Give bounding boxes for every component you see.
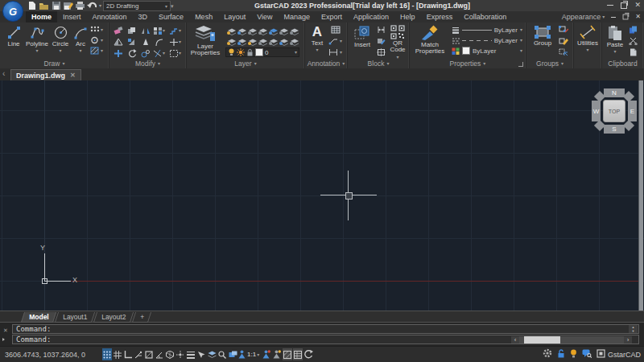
quick-properties-toggle-icon[interactable] xyxy=(293,348,303,360)
tab-express[interactable]: Express xyxy=(421,11,459,23)
print-icon[interactable] xyxy=(75,1,85,10)
drawing-canvas[interactable]: Y X N S W E TOP xyxy=(0,80,644,311)
app-logo[interactable]: G xyxy=(2,1,23,22)
viewcube-top-face[interactable]: TOP xyxy=(603,100,625,122)
layer-unisolate-icon[interactable] xyxy=(258,36,268,45)
selection-cycling-icon[interactable] xyxy=(196,348,206,360)
dynamic-input-icon[interactable] xyxy=(228,348,237,360)
copy-clip-icon[interactable] xyxy=(629,26,638,34)
feedback-chat-icon[interactable] xyxy=(582,349,592,358)
rect-array-button[interactable]: ▾ xyxy=(90,26,103,34)
tab-manage[interactable]: Manage xyxy=(279,11,316,23)
lineweight-toggle-icon[interactable] xyxy=(186,348,196,360)
appearance-dropdown[interactable]: Appearance ▾ xyxy=(562,13,605,21)
rotate-tool-icon[interactable] xyxy=(139,37,151,47)
layer-panel-label[interactable]: Layer▾ xyxy=(187,60,304,68)
copy-icon[interactable] xyxy=(126,26,138,35)
layer-match-icon[interactable] xyxy=(279,26,289,35)
command-horizontal-scrollbar[interactable]: ‹ › xyxy=(511,336,632,343)
draw-panel-label[interactable]: Draw▾ xyxy=(0,60,109,68)
linetype-selector[interactable]: ByLayer ▾ xyxy=(452,35,522,45)
viewcube[interactable]: N S W E TOP xyxy=(592,88,637,134)
unlock-ui-icon[interactable] xyxy=(557,349,565,358)
mirror-icon[interactable] xyxy=(139,26,151,35)
hatch-button[interactable]: ▾ xyxy=(90,47,103,55)
table-tool-icon[interactable] xyxy=(328,26,342,34)
cut-icon[interactable] xyxy=(629,37,638,45)
canvas-vertical-scrollbar[interactable] xyxy=(638,80,643,311)
command-close-icon[interactable]: ✕ xyxy=(3,327,8,333)
layer-merge-icon[interactable] xyxy=(279,36,289,45)
tab-model[interactable]: Model xyxy=(21,312,56,323)
tab-layout[interactable]: Layout xyxy=(218,11,251,23)
undo-dropdown-icon[interactable]: ▾ xyxy=(99,3,101,8)
ribbon-minimize-icon[interactable] xyxy=(611,17,616,18)
group-select-icon[interactable] xyxy=(559,48,568,56)
restore-button[interactable] xyxy=(621,2,627,9)
paste-button[interactable]: Paste ▾ xyxy=(605,25,625,54)
scale-icon[interactable] xyxy=(126,37,138,47)
command-input-row[interactable]: Command: ‹ › xyxy=(12,335,639,344)
save-as-icon[interactable] xyxy=(63,1,73,10)
group-button[interactable]: Group xyxy=(530,25,555,47)
layer-lock-icon[interactable] xyxy=(258,26,268,35)
color-selector[interactable]: ByLayer ▾ xyxy=(452,46,522,56)
lengthen-icon[interactable]: ▾ xyxy=(169,37,181,47)
properties-panel-label[interactable]: Properties▾ xyxy=(410,60,526,68)
copy-with-basepoint-icon[interactable] xyxy=(629,48,638,56)
tab-add-layout[interactable]: + xyxy=(132,312,151,323)
leader-tool-icon[interactable]: ▾ xyxy=(328,37,342,45)
dimension-tool-icon[interactable]: ▾ xyxy=(328,48,342,56)
annotation-visibility-icon[interactable] xyxy=(262,348,271,360)
zoom-status-icon[interactable] xyxy=(217,348,227,360)
tab-mesh[interactable]: Mesh xyxy=(189,11,218,23)
tab-help[interactable]: Help xyxy=(394,11,421,23)
clean-screen-icon[interactable] xyxy=(597,349,605,358)
annotation-scale-control[interactable]: 1:1▾ xyxy=(238,348,261,360)
annotation-panel-label[interactable]: Annotation▾ xyxy=(305,60,347,68)
viewcube-north[interactable]: N xyxy=(604,88,625,97)
block-edit-icon[interactable] xyxy=(377,37,386,45)
snap-toggle-icon[interactable] xyxy=(102,348,112,360)
qr-code-button[interactable]: QR Code ▾ xyxy=(388,25,407,60)
grid-toggle-icon[interactable] xyxy=(113,348,122,360)
layer-selector[interactable]: 0 ▾ xyxy=(225,47,299,57)
tab-view[interactable]: View xyxy=(251,11,278,23)
tab-export[interactable]: Export xyxy=(316,11,348,23)
text-button[interactable]: A Text ▾ xyxy=(308,24,327,52)
block-attach-icon[interactable] xyxy=(377,26,386,34)
doc-restore-icon[interactable] xyxy=(623,14,629,20)
circle-button[interactable]: Circle ▾ xyxy=(50,25,71,53)
scroll-left-icon[interactable]: ‹ xyxy=(511,336,519,343)
tab-surface[interactable]: Surface xyxy=(153,11,189,23)
group-edit-icon[interactable] xyxy=(559,37,568,45)
new-file-icon[interactable] xyxy=(27,1,37,10)
open-folder-icon[interactable] xyxy=(39,1,49,10)
fillet-icon[interactable] xyxy=(153,37,165,47)
document-tab[interactable]: Drawing1.dwg ✕ xyxy=(10,69,81,80)
workspace-dropdown[interactable]: 2D Drafting ▾ xyxy=(103,1,171,11)
ungroup-icon[interactable] xyxy=(559,26,568,34)
ortho-toggle-icon[interactable] xyxy=(123,348,133,360)
utilities-button[interactable]: Utilities ▾ xyxy=(576,25,600,52)
groups-panel-label[interactable]: Groups▾ xyxy=(526,60,573,68)
minimize-button[interactable] xyxy=(607,5,613,6)
scale-circles-icon[interactable] xyxy=(139,48,151,58)
qat-customize-icon[interactable]: ▾ xyxy=(171,3,174,9)
tab-home[interactable]: Home xyxy=(26,11,57,23)
tab-layout1[interactable]: Layout1 xyxy=(55,312,95,323)
tab-3d[interactable]: 3D xyxy=(133,11,154,23)
layer-unlock-icon[interactable] xyxy=(248,36,258,45)
command-vertical-scroll[interactable]: ▲ ▼ xyxy=(629,325,638,333)
match-properties-button[interactable]: Match Properties xyxy=(412,25,448,56)
erase-icon[interactable] xyxy=(112,26,124,35)
undo-icon[interactable] xyxy=(87,1,97,10)
stretch-icon[interactable] xyxy=(112,37,124,47)
donut-button[interactable]: ▾ xyxy=(90,36,103,44)
doc-close-icon[interactable]: ✕ xyxy=(635,14,641,20)
lineweight-selector[interactable]: ByLayer ▾ xyxy=(452,25,522,35)
tab-application[interactable]: Application xyxy=(348,11,394,23)
lightbulb-icon[interactable] xyxy=(570,349,577,358)
annotation-autoscale-icon[interactable] xyxy=(272,348,282,360)
layer-prev-icon[interactable] xyxy=(290,26,299,35)
